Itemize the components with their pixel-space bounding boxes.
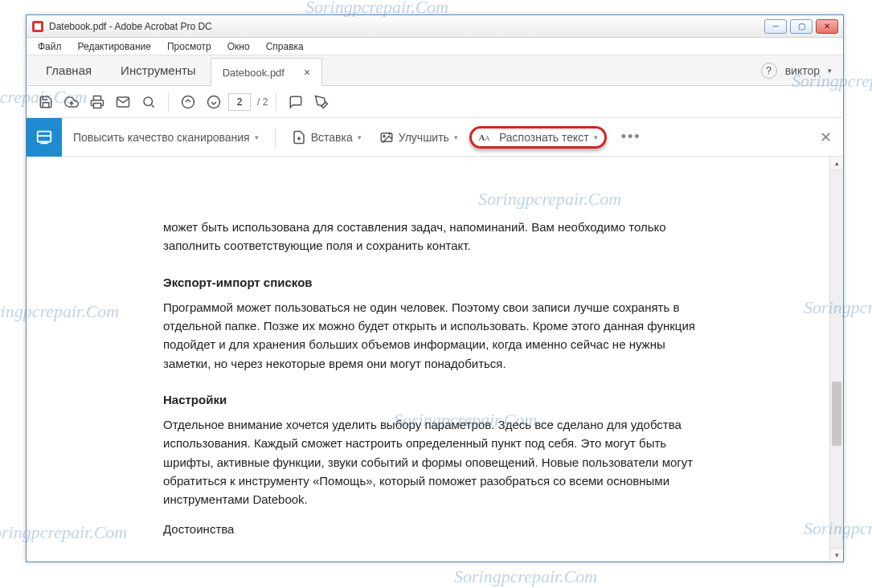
app-window: Datebook.pdf - Adobe Acrobat Pro DC ─ ▢ … <box>26 14 844 562</box>
svg-point-6 <box>182 96 194 108</box>
paragraph: Программой может пользоваться не один че… <box>163 298 709 373</box>
menu-help[interactable]: Справка <box>258 39 312 54</box>
svg-point-7 <box>208 96 220 108</box>
paragraph: может быть использована для составления … <box>163 218 709 255</box>
recognize-text-label: Распознать текст <box>499 131 589 144</box>
main-toolbar: / 2 <box>27 86 843 118</box>
save-icon[interactable] <box>35 91 57 113</box>
page-total: / 2 <box>257 96 268 108</box>
menu-window[interactable]: Окно <box>219 39 258 54</box>
window-title: Datebook.pdf - Adobe Acrobat Pro DC <box>49 21 764 32</box>
tab-document-label: Datebook.pdf <box>223 67 285 79</box>
titlebar: Datebook.pdf - Adobe Acrobat Pro DC ─ ▢ … <box>27 15 843 38</box>
scroll-down-icon[interactable]: ▾ <box>830 548 843 561</box>
svg-rect-1 <box>35 23 41 30</box>
svg-text:A: A <box>478 133 485 142</box>
search-icon[interactable] <box>137 91 160 113</box>
menu-edit[interactable]: Редактирование <box>70 39 159 54</box>
vertical-scrollbar[interactable]: ▴ ▾ <box>829 157 843 561</box>
maximize-button[interactable]: ▢ <box>790 19 813 34</box>
chevron-down-icon: ▾ <box>358 133 362 141</box>
cloud-icon[interactable] <box>60 91 83 113</box>
paragraph: Достоинства <box>163 520 709 538</box>
svg-text:A: A <box>485 135 489 142</box>
recognize-text-dropdown[interactable]: AA Распознать текст ▾ <box>469 126 607 149</box>
enhance-quality-dropdown[interactable]: Повысить качество сканирования ▾ <box>67 128 265 147</box>
mail-icon[interactable] <box>112 91 134 113</box>
user-name[interactable]: виктор <box>785 64 820 77</box>
page-down-icon[interactable] <box>203 91 225 113</box>
tab-tools[interactable]: Инструменты <box>106 55 211 85</box>
svg-point-4 <box>144 97 153 106</box>
svg-rect-8 <box>38 131 51 141</box>
enhance-toolbar: Повысить качество сканирования ▾ Вставка… <box>27 118 843 157</box>
page-number-input[interactable] <box>228 93 251 111</box>
close-button[interactable]: ✕ <box>816 19 838 34</box>
menubar: Файл Редактирование Просмотр Окно Справк… <box>27 38 843 55</box>
enhance-scan-icon[interactable] <box>27 118 62 157</box>
chevron-down-icon: ▾ <box>454 133 458 141</box>
heading: Экспорт-импорт списков <box>163 273 709 292</box>
enhance-image-label: Улучшить <box>399 131 449 144</box>
window-controls: ─ ▢ ✕ <box>764 19 838 34</box>
minimize-button[interactable]: ─ <box>764 19 787 34</box>
more-tools-icon[interactable]: ••• <box>621 129 641 145</box>
enhance-image-dropdown[interactable]: Улучшить ▾ <box>373 127 465 148</box>
svg-line-5 <box>151 104 154 107</box>
scroll-up-icon[interactable]: ▴ <box>830 157 843 170</box>
chevron-down-icon[interactable]: ▾ <box>828 67 832 75</box>
watermark: Soringpcrepair.Com <box>454 566 597 587</box>
paragraph: Отдельное внимание хочется уделить выбор… <box>163 415 709 508</box>
tab-document[interactable]: Datebook.pdf × <box>211 58 323 86</box>
enhance-quality-label: Повысить качество сканирования <box>73 131 250 144</box>
help-icon[interactable]: ? <box>761 63 777 79</box>
heading: Настройки <box>163 390 709 409</box>
app-icon <box>31 20 44 33</box>
sign-icon[interactable] <box>310 91 333 113</box>
insert-label: Вставка <box>311 131 353 144</box>
page-up-icon[interactable] <box>177 91 199 113</box>
tabbar: Главная Инструменты Datebook.pdf × ? вик… <box>27 55 843 86</box>
scroll-thumb[interactable] <box>832 382 841 446</box>
close-toolbar-icon[interactable]: ✕ <box>820 129 832 146</box>
insert-dropdown[interactable]: Вставка ▾ <box>285 127 368 148</box>
chevron-down-icon: ▾ <box>594 133 598 141</box>
svg-point-14 <box>383 135 385 137</box>
document-viewport: может быть использована для составления … <box>27 157 843 561</box>
menu-file[interactable]: Файл <box>30 39 70 54</box>
chevron-down-icon: ▾ <box>255 133 259 141</box>
document-page: может быть использована для составления … <box>27 157 829 561</box>
tab-close-icon[interactable]: × <box>304 66 310 79</box>
print-icon[interactable] <box>86 91 108 113</box>
svg-rect-2 <box>94 103 101 108</box>
menu-view[interactable]: Просмотр <box>159 39 219 54</box>
tab-home[interactable]: Главная <box>31 55 106 85</box>
comment-icon[interactable] <box>285 91 307 113</box>
